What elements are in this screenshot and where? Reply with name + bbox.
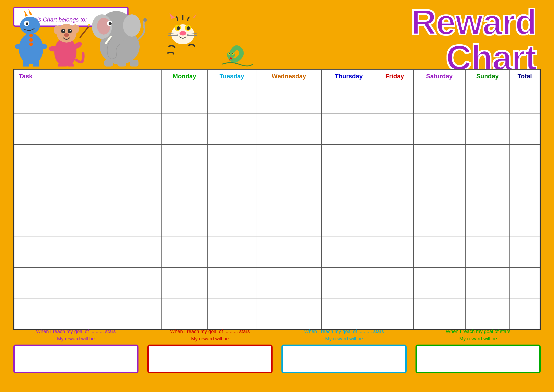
- day-cell[interactable]: [465, 145, 510, 175]
- day-cell[interactable]: [161, 114, 208, 145]
- svg-point-39: [143, 18, 147, 22]
- sunday-header: Sunday: [465, 70, 510, 83]
- task-cell[interactable]: [14, 83, 161, 114]
- tuesday-header: Tuesday: [208, 70, 256, 83]
- day-cell[interactable]: [256, 237, 322, 268]
- day-cell[interactable]: [465, 268, 510, 298]
- reward-item-3: When I reach my goal of .......... stars…: [281, 328, 407, 383]
- reward-box-1[interactable]: [13, 344, 138, 373]
- table-row[interactable]: [14, 145, 540, 175]
- day-cell[interactable]: [414, 145, 465, 175]
- day-cell[interactable]: [322, 237, 376, 268]
- day-cell[interactable]: [376, 175, 414, 206]
- day-cell[interactable]: [161, 145, 208, 175]
- day-cell[interactable]: [414, 237, 465, 268]
- day-cell[interactable]: [322, 83, 376, 114]
- task-cell[interactable]: [14, 268, 161, 298]
- svg-marker-43: [193, 11, 198, 18]
- svg-rect-38: [130, 60, 138, 67]
- day-cell[interactable]: [322, 114, 376, 145]
- svg-point-25: [49, 46, 58, 51]
- day-cell[interactable]: [465, 206, 510, 237]
- reward-box-3[interactable]: [281, 344, 407, 373]
- table-row[interactable]: [14, 237, 540, 268]
- reward-line2-4: My reward will be: [459, 336, 497, 342]
- day-cell[interactable]: [510, 268, 540, 298]
- day-cell[interactable]: [376, 145, 414, 175]
- day-cell[interactable]: [465, 175, 510, 206]
- day-cell[interactable]: [208, 237, 256, 268]
- table-row[interactable]: [14, 206, 540, 237]
- day-cell[interactable]: [465, 114, 510, 145]
- day-cell[interactable]: [208, 114, 256, 145]
- table-row[interactable]: [14, 83, 540, 114]
- table-row[interactable]: [14, 268, 540, 298]
- day-cell[interactable]: [465, 237, 510, 268]
- day-cell[interactable]: [414, 268, 465, 298]
- svg-point-49: [177, 26, 180, 30]
- day-cell[interactable]: [322, 268, 376, 298]
- day-cell[interactable]: [510, 298, 540, 329]
- day-cell[interactable]: [161, 83, 208, 114]
- day-cell[interactable]: [322, 145, 376, 175]
- day-cell[interactable]: [376, 237, 414, 268]
- day-cell[interactable]: [510, 206, 540, 237]
- svg-point-13: [29, 42, 33, 46]
- day-cell[interactable]: [414, 298, 465, 329]
- day-cell[interactable]: [414, 206, 465, 237]
- day-cell[interactable]: [161, 175, 208, 206]
- day-cell[interactable]: [256, 175, 322, 206]
- day-cell[interactable]: [414, 83, 465, 114]
- day-cell[interactable]: [376, 114, 414, 145]
- table-row[interactable]: [14, 114, 540, 145]
- day-cell[interactable]: [208, 268, 256, 298]
- day-cell[interactable]: [208, 175, 256, 206]
- table-row[interactable]: [14, 298, 540, 329]
- reward-box-2[interactable]: [147, 344, 273, 373]
- day-cell[interactable]: [322, 175, 376, 206]
- day-cell[interactable]: [465, 83, 510, 114]
- day-cell[interactable]: [376, 268, 414, 298]
- day-cell[interactable]: [510, 114, 540, 145]
- table-row[interactable]: [14, 175, 540, 206]
- day-cell[interactable]: [510, 237, 540, 268]
- day-cell[interactable]: [256, 298, 322, 329]
- svg-point-33: [123, 14, 141, 37]
- day-cell[interactable]: [414, 114, 465, 145]
- svg-point-11: [29, 34, 33, 37]
- day-cell[interactable]: [465, 298, 510, 329]
- day-cell[interactable]: [376, 83, 414, 114]
- day-cell[interactable]: [256, 114, 322, 145]
- day-cell[interactable]: [208, 83, 256, 114]
- day-cell[interactable]: [256, 268, 322, 298]
- day-cell[interactable]: [414, 175, 465, 206]
- task-cell[interactable]: [14, 114, 161, 145]
- task-cell[interactable]: [14, 298, 161, 329]
- saturday-header: Saturday: [414, 70, 465, 83]
- day-cell[interactable]: [161, 206, 208, 237]
- svg-marker-6: [28, 9, 32, 15]
- day-cell[interactable]: [510, 175, 540, 206]
- day-cell[interactable]: [256, 145, 322, 175]
- day-cell[interactable]: [208, 206, 256, 237]
- reward-line1-3: When I reach my goal of .......... stars: [304, 329, 384, 334]
- day-cell[interactable]: [510, 83, 540, 114]
- day-cell[interactable]: [376, 206, 414, 237]
- day-cell[interactable]: [376, 298, 414, 329]
- task-cell[interactable]: [14, 206, 161, 237]
- day-cell[interactable]: [510, 145, 540, 175]
- task-cell[interactable]: [14, 237, 161, 268]
- reward-box-4[interactable]: [416, 344, 541, 373]
- day-cell[interactable]: [322, 206, 376, 237]
- day-cell[interactable]: [208, 298, 256, 329]
- day-cell[interactable]: [161, 298, 208, 329]
- day-cell[interactable]: [161, 237, 208, 268]
- task-cell[interactable]: [14, 175, 161, 206]
- day-cell[interactable]: [208, 145, 256, 175]
- day-cell[interactable]: [322, 298, 376, 329]
- svg-marker-24: [87, 24, 90, 27]
- task-cell[interactable]: [14, 145, 161, 175]
- day-cell[interactable]: [256, 206, 322, 237]
- day-cell[interactable]: [256, 83, 322, 114]
- day-cell[interactable]: [161, 268, 208, 298]
